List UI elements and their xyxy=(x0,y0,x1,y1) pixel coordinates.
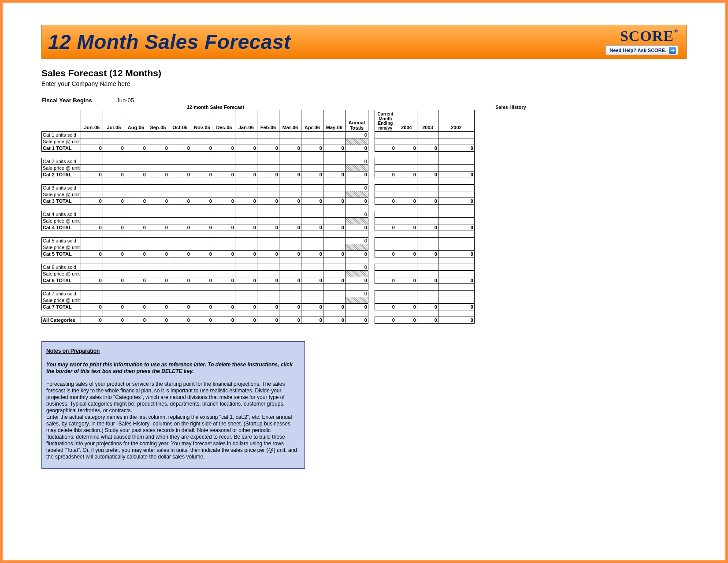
cell[interactable]: 0 xyxy=(169,145,191,152)
cell[interactable] xyxy=(213,138,235,145)
cell[interactable] xyxy=(279,271,301,277)
table-row[interactable] xyxy=(375,211,474,218)
cell[interactable] xyxy=(125,211,147,218)
cell[interactable]: 0 xyxy=(191,172,213,178)
cell[interactable]: 0 xyxy=(125,145,147,152)
cell[interactable]: 0 xyxy=(375,251,396,257)
cell[interactable]: 0 xyxy=(125,198,147,205)
cell[interactable] xyxy=(417,211,438,218)
cell[interactable] xyxy=(257,211,279,218)
cell[interactable] xyxy=(147,238,169,244)
cell[interactable]: 0 xyxy=(235,145,257,152)
cell[interactable] xyxy=(235,211,257,218)
annual-cell[interactable]: 0 xyxy=(345,132,368,138)
cell[interactable]: 0 xyxy=(323,277,345,284)
cell[interactable] xyxy=(279,165,301,172)
cell[interactable] xyxy=(147,158,169,165)
cell[interactable] xyxy=(169,291,191,297)
cell[interactable]: 0 xyxy=(191,251,213,257)
cell[interactable]: 0 xyxy=(375,304,396,310)
cell[interactable] xyxy=(375,271,396,277)
cell[interactable] xyxy=(396,165,417,172)
cell[interactable]: 0 xyxy=(417,277,438,284)
table-row[interactable] xyxy=(375,238,474,244)
annual-cell[interactable]: 0 xyxy=(345,317,368,324)
row-label[interactable]: Sale price @ unit xyxy=(42,138,81,145)
table-row[interactable]: Sale price @ unit xyxy=(42,271,368,277)
cell[interactable]: 0 xyxy=(191,277,213,284)
cell[interactable]: 0 xyxy=(323,304,345,310)
cell[interactable]: 0 xyxy=(213,304,235,310)
cell[interactable]: 0 xyxy=(438,198,474,205)
cell[interactable] xyxy=(323,165,345,172)
annual-cell[interactable]: 0 xyxy=(345,251,368,257)
table-row[interactable]: Cat 3 units sold0 xyxy=(42,185,368,191)
table-row[interactable] xyxy=(375,165,474,172)
cell[interactable]: 0 xyxy=(417,198,438,205)
cell[interactable]: 0 xyxy=(103,251,125,257)
cell[interactable]: 0 xyxy=(213,251,235,257)
cell[interactable] xyxy=(417,218,438,224)
cell[interactable] xyxy=(169,244,191,251)
cell[interactable] xyxy=(257,297,279,304)
cell[interactable] xyxy=(301,158,323,165)
row-label[interactable]: Cat 2 units sold xyxy=(42,158,81,165)
cell[interactable] xyxy=(235,238,257,244)
cell[interactable] xyxy=(438,218,474,224)
cell[interactable] xyxy=(147,264,169,271)
cell[interactable] xyxy=(301,244,323,251)
cell[interactable]: 0 xyxy=(235,317,257,324)
cell[interactable] xyxy=(213,244,235,251)
cell[interactable] xyxy=(191,138,213,145)
cell[interactable]: 0 xyxy=(375,172,396,178)
cell[interactable] xyxy=(279,238,301,244)
cell[interactable] xyxy=(125,191,147,198)
help-button[interactable]: Need Help? Ask SCORE. ➜ xyxy=(605,45,678,55)
cell[interactable] xyxy=(125,165,147,172)
cell[interactable] xyxy=(169,211,191,218)
cell[interactable] xyxy=(235,291,257,297)
cell[interactable]: 0 xyxy=(375,145,396,152)
cell[interactable]: 0 xyxy=(257,317,279,324)
cell[interactable]: 0 xyxy=(103,317,125,324)
cell[interactable] xyxy=(323,264,345,271)
cell[interactable] xyxy=(323,297,345,304)
cell[interactable] xyxy=(169,138,191,145)
cell[interactable] xyxy=(396,132,417,138)
cell[interactable] xyxy=(375,218,396,224)
cell[interactable] xyxy=(301,264,323,271)
cell[interactable] xyxy=(103,291,125,297)
cell[interactable]: 0 xyxy=(213,172,235,178)
cell[interactable]: 0 xyxy=(147,145,169,152)
table-row[interactable]: Cat 7 units sold0 xyxy=(42,291,368,297)
cell[interactable] xyxy=(279,244,301,251)
row-label[interactable]: Cat 1 units sold xyxy=(42,132,81,138)
cell[interactable] xyxy=(375,264,396,271)
cell[interactable] xyxy=(125,218,147,224)
cell[interactable] xyxy=(279,185,301,191)
cell[interactable] xyxy=(125,271,147,277)
row-label[interactable]: Cat 6 TOTAL xyxy=(42,277,81,284)
cell[interactable] xyxy=(396,218,417,224)
notes-box[interactable]: Notes on Preparation You may want to pri… xyxy=(41,341,305,469)
cell[interactable]: 0 xyxy=(279,277,301,284)
cell[interactable] xyxy=(279,158,301,165)
cell[interactable]: 0 xyxy=(147,304,169,310)
cell[interactable] xyxy=(81,138,103,145)
row-label[interactable]: Sale price @ unit xyxy=(42,191,81,198)
cell[interactable] xyxy=(438,165,474,172)
cell[interactable] xyxy=(147,218,169,224)
cell[interactable] xyxy=(279,218,301,224)
cell[interactable] xyxy=(169,132,191,138)
cell[interactable]: 0 xyxy=(147,317,169,324)
cell[interactable] xyxy=(438,271,474,277)
cell[interactable]: 0 xyxy=(191,317,213,324)
cell[interactable] xyxy=(147,132,169,138)
cell[interactable]: 0 xyxy=(235,172,257,178)
table-row[interactable]: 0000 xyxy=(375,198,474,205)
cell[interactable] xyxy=(213,291,235,297)
row-label[interactable]: Cat 4 units sold xyxy=(42,211,81,218)
cell[interactable] xyxy=(279,297,301,304)
cell[interactable]: 0 xyxy=(301,145,323,152)
cell[interactable] xyxy=(417,238,438,244)
